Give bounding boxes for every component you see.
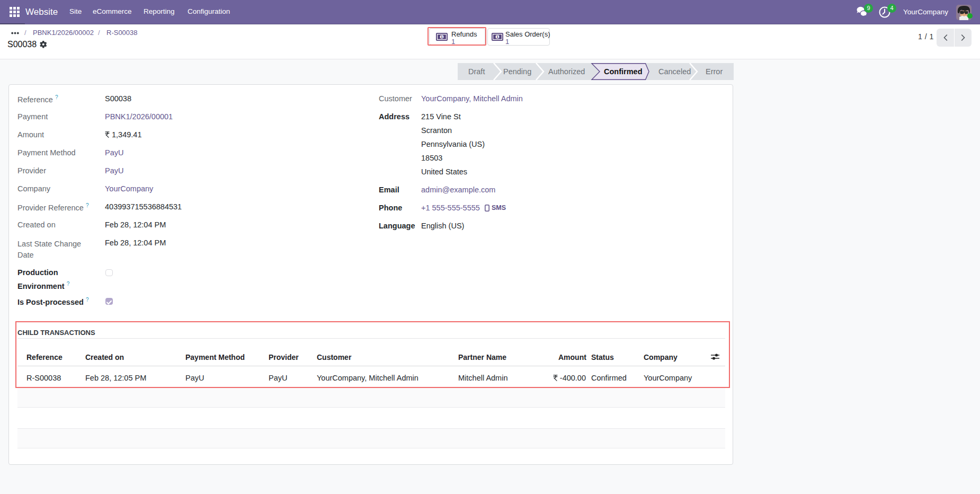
svg-text:Error: Error (706, 67, 723, 76)
svg-text:Canceled: Canceled (658, 67, 691, 76)
svg-text:Authorized: Authorized (548, 67, 585, 76)
svg-text:Confirmed: Confirmed (604, 67, 643, 76)
svg-text:1: 1 (496, 34, 499, 39)
svg-text:Pending: Pending (503, 67, 531, 76)
svg-text:Draft: Draft (468, 67, 485, 76)
